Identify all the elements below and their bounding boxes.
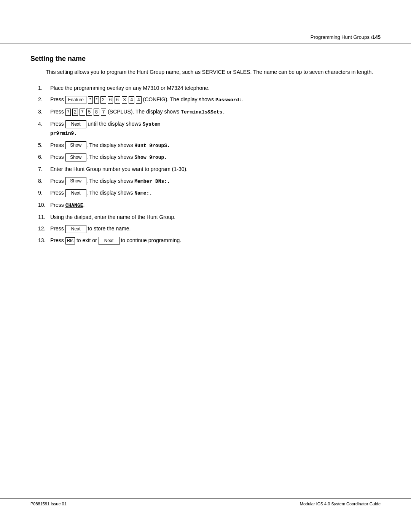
step-8-content: Press Show. The display shows Member DNs… xyxy=(50,177,381,186)
step-4-content: Press Next until the display shows Syste… xyxy=(50,120,381,138)
show-key-6[interactable]: Show xyxy=(65,153,86,161)
step-10-content: Press CHANGE. xyxy=(50,201,381,210)
steps-list: 1. Place the programming overlay on any … xyxy=(38,84,381,245)
step-8: 8. Press Show. The display shows Member … xyxy=(38,177,381,186)
num7-key-3[interactable]: 7 xyxy=(101,109,107,116)
num6-key-1[interactable]: 6 xyxy=(108,96,113,104)
num2-key[interactable]: 2 xyxy=(100,96,106,104)
step-7-content: Enter the Hunt Group number you want to … xyxy=(50,165,381,173)
rls-key[interactable]: Rls xyxy=(65,237,75,244)
step-5-num: 5. xyxy=(38,141,50,149)
step-9: 9. Press Next. The display shows Name:. xyxy=(38,189,381,198)
footer-left: P0881591 Issue 01 xyxy=(30,502,67,506)
next-key-12[interactable]: Next xyxy=(65,225,86,233)
step-7-num: 7. xyxy=(38,165,50,173)
next-key-4[interactable]: Next xyxy=(65,120,86,128)
num4-key-1[interactable]: 4 xyxy=(129,96,134,104)
step-2-num: 2. xyxy=(38,95,50,104)
num6-key-2[interactable]: 6 xyxy=(115,96,120,104)
step-10-num: 10. xyxy=(38,201,50,209)
display-show-group: Show 9roup. xyxy=(134,155,167,160)
step-13: 13. Press Rls to exit or Next to continu… xyxy=(38,236,381,245)
step-9-content: Press Next. The display shows Name:. xyxy=(50,189,381,198)
step-11-content: Using the dialpad, enter the name of the… xyxy=(50,213,381,221)
step-12-content: Press Next to store the name. xyxy=(50,224,381,233)
step-6: 6. Press Show. The display shows Show 9r… xyxy=(38,153,381,162)
step-12-num: 12. xyxy=(38,224,50,233)
display-member-dns: Member DNs:. xyxy=(134,179,170,184)
step-11-num: 11. xyxy=(38,213,50,221)
step-5: 5. Press Show. The display shows Hunt 9r… xyxy=(38,141,381,150)
star-key-1[interactable]: * xyxy=(88,96,93,104)
num3-key[interactable]: 3 xyxy=(122,96,127,104)
footer-right: Modular ICS 4.0 System Coordinator Guide xyxy=(300,502,381,506)
step-5-content: Press Show. The display shows Hunt 9roup… xyxy=(50,141,381,150)
step-2-content: Press Feature * * 2 6 6 3 4 4 (CONFIG). … xyxy=(50,95,381,104)
star-key-2[interactable]: * xyxy=(94,96,99,104)
step-2: 2. Press Feature * * 2 6 6 3 4 4 (CONFIG… xyxy=(38,95,381,104)
step-12: 12. Press Next to store the name. xyxy=(38,224,381,233)
step-10: 10. Press CHANGE. xyxy=(38,201,381,210)
step-7: 7. Enter the Hunt Group number you want … xyxy=(38,165,381,173)
num5-key[interactable]: 5 xyxy=(86,109,92,116)
step-6-num: 6. xyxy=(38,153,50,161)
display-hunt-groups: Hunt 9roupS. xyxy=(134,143,170,149)
show-key-5[interactable]: Show xyxy=(65,141,86,149)
display-terminals: Terminals&Sets. xyxy=(181,109,225,115)
step-1-num: 1. xyxy=(38,84,50,92)
step-3: 3. Press 7 2 7 5 8 7 (SCPLUS). The displ… xyxy=(38,107,381,117)
display-name: Name:. xyxy=(134,190,152,196)
change-label[interactable]: CHANGE xyxy=(65,203,83,208)
step-11: 11. Using the dialpad, enter the name of… xyxy=(38,213,381,221)
next-key-13[interactable]: Next xyxy=(99,237,119,245)
step-4-num: 4. xyxy=(38,120,50,128)
num7-key-1[interactable]: 7 xyxy=(65,109,71,116)
num2-key-2[interactable]: 2 xyxy=(72,109,78,116)
next-key-9[interactable]: Next xyxy=(65,189,86,197)
step-13-num: 13. xyxy=(38,236,50,244)
header-section-text: Programming Hunt Groups / xyxy=(311,34,373,40)
step-1-content: Place the programming overlay on any M73… xyxy=(50,84,381,92)
feature-key[interactable]: Feature xyxy=(65,96,86,104)
step-6-content: Press Show. The display shows Show 9roup… xyxy=(50,153,381,162)
section-title: Setting the name xyxy=(30,55,381,63)
step-13-content: Press Rls to exit or Next to continue pr… xyxy=(50,236,381,245)
page-container: Programming Hunt Groups / 145 Setting th… xyxy=(0,0,411,532)
step-3-num: 3. xyxy=(38,107,50,116)
display-password: Password: xyxy=(215,97,242,103)
header-page-number: 145 xyxy=(372,34,381,40)
main-content: Setting the name This setting allows you… xyxy=(0,51,411,263)
num8-key[interactable]: 8 xyxy=(94,109,99,116)
step-3-content: Press 7 2 7 5 8 7 (SCPLUS). The display … xyxy=(50,107,381,117)
step-4: 4. Press Next until the display shows Sy… xyxy=(38,120,381,138)
page-header: Programming Hunt Groups / 145 xyxy=(0,0,411,43)
step-9-num: 9. xyxy=(38,189,50,197)
step-8-num: 8. xyxy=(38,177,50,185)
step-1: 1. Place the programming overlay on any … xyxy=(38,84,381,92)
page-footer: P0881591 Issue 01 Modular ICS 4.0 System… xyxy=(0,498,411,509)
show-key-8[interactable]: Show xyxy=(65,177,86,185)
num4-key-2[interactable]: 4 xyxy=(136,96,142,104)
num7-key-2[interactable]: 7 xyxy=(80,109,85,116)
intro-paragraph: This setting allows you to program the H… xyxy=(46,68,381,76)
